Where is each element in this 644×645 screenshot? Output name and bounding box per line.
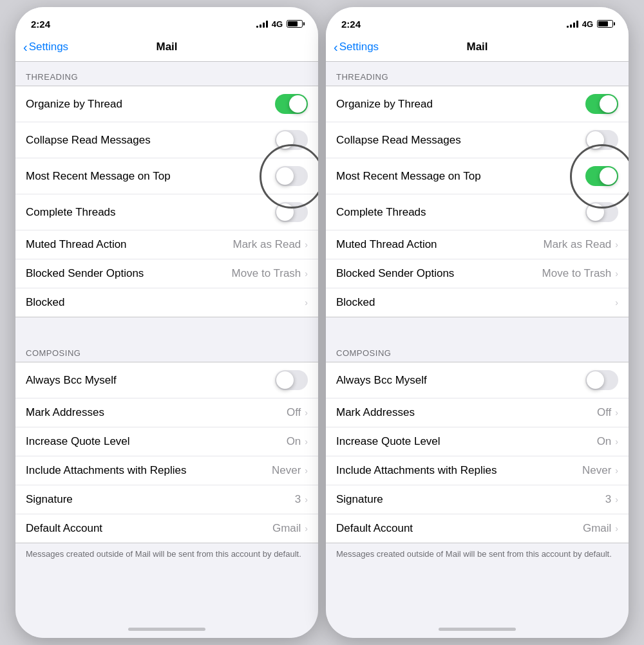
back-chevron-icon: ‹ <box>23 41 28 53</box>
row-label-default-account: Default Account <box>336 522 413 535</box>
row-label-blocked: Blocked <box>26 296 64 309</box>
row-label-organize-by-thread: Organize by Thread <box>336 98 433 111</box>
settings-group-threading: Organize by ThreadCollapse Read Messages… <box>15 86 318 317</box>
row-right-mark-addresses: Off› <box>287 406 308 419</box>
row-right-mark-addresses: Off› <box>597 406 618 419</box>
section-gap <box>326 317 629 338</box>
chevron-right-icon: › <box>615 494 618 505</box>
signal-bars-icon <box>567 20 578 28</box>
row-right-include-attachments: Never› <box>582 464 618 477</box>
footer-note: Messages created outside of Mail will be… <box>15 543 318 565</box>
toggle-switch[interactable] <box>585 94 618 114</box>
settings-row-include-attachments[interactable]: Include Attachments with RepliesNever› <box>15 456 318 485</box>
chevron-right-icon: › <box>305 436 308 447</box>
toggle-switch[interactable] <box>585 370 618 390</box>
row-label-blocked-sender: Blocked Sender Options <box>336 267 454 280</box>
footer-note: Messages created outside of Mail will be… <box>326 543 629 565</box>
row-value-blocked-sender: Move to Trash <box>542 267 612 280</box>
toggle-switch[interactable] <box>275 370 308 390</box>
chevron-right-icon: › <box>305 297 308 308</box>
row-label-include-attachments: Include Attachments with Replies <box>336 464 497 477</box>
row-right-muted-thread-action: Mark as Read› <box>233 238 308 251</box>
network-label: 4G <box>582 19 593 29</box>
row-value-default-account: Gmail <box>272 522 301 535</box>
row-label-include-attachments: Include Attachments with Replies <box>26 464 186 477</box>
back-button[interactable]: ‹Settings <box>23 41 68 53</box>
settings-row-blocked[interactable]: Blocked› <box>326 288 629 317</box>
toggle-switch[interactable] <box>275 94 308 114</box>
chevron-right-icon: › <box>305 268 308 279</box>
settings-row-muted-thread-action[interactable]: Muted Thread ActionMark as Read› <box>15 230 318 259</box>
battery-icon <box>287 20 303 28</box>
back-chevron-icon: ‹ <box>334 41 338 53</box>
row-label-increase-quote: Increase Quote Level <box>26 435 130 448</box>
settings-content: THREADINGOrganize by ThreadCollapse Read… <box>15 62 318 620</box>
row-label-most-recent-top: Most Recent Message on Top <box>26 170 171 183</box>
section-header-composing: COMPOSING <box>15 338 318 362</box>
back-button[interactable]: ‹Settings <box>334 41 379 53</box>
row-value-default-account: Gmail <box>583 522 611 535</box>
row-right-blocked-sender: Move to Trash› <box>542 267 618 280</box>
settings-group-threading: Organize by ThreadCollapse Read Messages… <box>326 86 629 317</box>
row-right-default-account: Gmail› <box>272 522 308 535</box>
toggle-switch[interactable] <box>585 130 618 150</box>
settings-group-composing: Always Bcc MyselfMark AddressesOff›Incre… <box>15 362 318 543</box>
settings-content: THREADINGOrganize by ThreadCollapse Read… <box>326 62 629 620</box>
row-value-signature: 3 <box>605 493 611 506</box>
chevron-right-icon: › <box>615 523 618 534</box>
row-value-increase-quote: On <box>287 435 301 448</box>
settings-row-default-account[interactable]: Default AccountGmail› <box>15 514 318 543</box>
settings-row-organize-by-thread: Organize by Thread <box>326 86 629 122</box>
row-value-blocked-sender: Move to Trash <box>232 267 301 280</box>
settings-row-mark-addresses[interactable]: Mark AddressesOff› <box>326 398 629 427</box>
settings-row-increase-quote[interactable]: Increase Quote LevelOn› <box>326 427 629 456</box>
settings-row-include-attachments[interactable]: Include Attachments with RepliesNever› <box>326 456 629 485</box>
chevron-right-icon: › <box>615 297 618 308</box>
phone-phone-left: 2:244G‹SettingsMailTHREADINGOrganize by … <box>15 7 318 638</box>
settings-row-signature[interactable]: Signature3› <box>326 485 629 514</box>
row-label-organize-by-thread: Organize by Thread <box>26 98 122 111</box>
settings-row-signature[interactable]: Signature3› <box>15 485 318 514</box>
status-time: 2:24 <box>341 19 361 30</box>
row-value-include-attachments: Never <box>272 464 301 477</box>
row-label-mark-addresses: Mark Addresses <box>336 406 415 419</box>
settings-row-muted-thread-action[interactable]: Muted Thread ActionMark as Read› <box>326 230 629 259</box>
settings-row-always-bcc: Always Bcc Myself <box>326 362 629 398</box>
phone-phone-right: 2:244G‹SettingsMailTHREADINGOrganize by … <box>326 7 629 638</box>
row-right-blocked: › <box>615 297 618 308</box>
chevron-right-icon: › <box>615 239 618 250</box>
settings-row-blocked-sender[interactable]: Blocked Sender OptionsMove to Trash› <box>326 259 629 288</box>
status-icons: 4G <box>256 19 303 29</box>
settings-row-blocked[interactable]: Blocked› <box>15 288 318 317</box>
phones-container: 2:244G‹SettingsMailTHREADINGOrganize by … <box>9 1 635 644</box>
chevron-right-icon: › <box>615 465 618 476</box>
row-value-mark-addresses: Off <box>597 406 611 419</box>
settings-row-mark-addresses[interactable]: Mark AddressesOff› <box>15 398 318 427</box>
settings-row-organize-by-thread: Organize by Thread <box>15 86 318 122</box>
row-right-muted-thread-action: Mark as Read› <box>544 238 619 251</box>
toggle-switch[interactable] <box>275 202 308 222</box>
row-label-complete-threads: Complete Threads <box>26 206 116 219</box>
settings-row-default-account[interactable]: Default AccountGmail› <box>326 514 629 543</box>
section-gap <box>15 317 318 338</box>
toggle-switch[interactable] <box>585 202 618 222</box>
settings-row-most-recent-top: Most Recent Message on Top <box>15 158 318 194</box>
settings-row-increase-quote[interactable]: Increase Quote LevelOn› <box>15 427 318 456</box>
row-label-blocked-sender: Blocked Sender Options <box>26 267 144 280</box>
row-value-include-attachments: Never <box>582 464 611 477</box>
settings-group-composing: Always Bcc MyselfMark AddressesOff›Incre… <box>326 362 629 543</box>
home-indicator <box>15 620 318 638</box>
toggle-switch[interactable] <box>275 166 308 186</box>
settings-row-blocked-sender[interactable]: Blocked Sender OptionsMove to Trash› <box>15 259 318 288</box>
page-title: Mail <box>466 41 488 53</box>
settings-row-always-bcc: Always Bcc Myself <box>15 362 318 398</box>
section-header-threading: THREADING <box>326 62 629 86</box>
chevron-right-icon: › <box>305 407 308 418</box>
toggle-switch[interactable] <box>275 130 308 150</box>
row-right-default-account: Gmail› <box>583 522 618 535</box>
settings-row-most-recent-top: Most Recent Message on Top <box>326 158 629 194</box>
section-header-threading: THREADING <box>15 62 318 86</box>
nav-bar: ‹SettingsMail <box>15 35 318 62</box>
toggle-switch[interactable] <box>585 166 618 186</box>
status-bar: 2:244G <box>326 7 629 35</box>
